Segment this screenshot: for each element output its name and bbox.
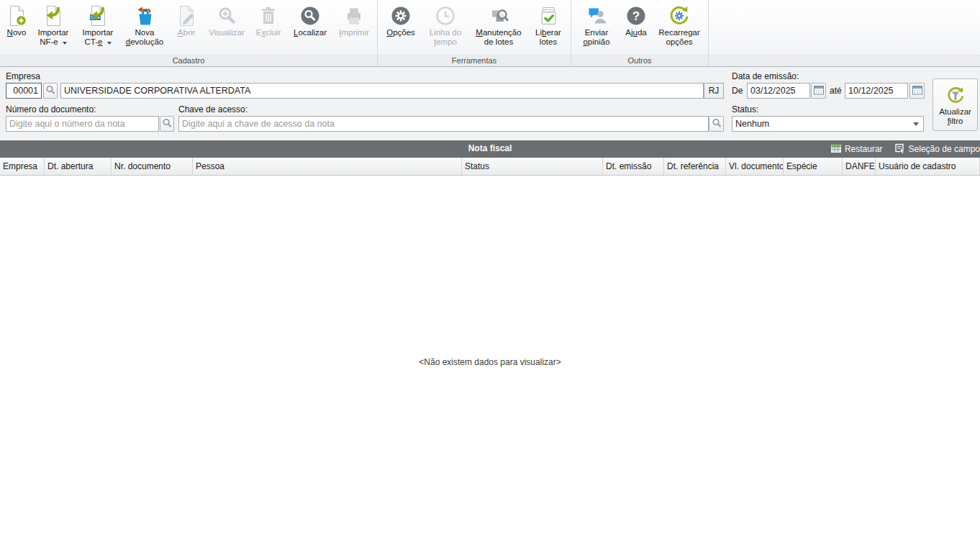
- toolbar-label: Recarregar: [658, 28, 700, 37]
- clock-icon: [434, 4, 457, 28]
- toolbar-label: lotes: [540, 37, 557, 47]
- toolbar-button-enviar-opiniao[interactable]: Enviaropinião: [573, 0, 620, 55]
- toolbar-button-excluir: Excluir: [250, 0, 287, 55]
- date-to-input[interactable]: [845, 83, 908, 99]
- chave-acesso-input[interactable]: [178, 116, 709, 132]
- ribbon-group-caption: Ferramentas: [378, 55, 571, 66]
- numero-documento-input[interactable]: [6, 116, 159, 132]
- column-header-dt-emissão[interactable]: Dt. emissão: [603, 158, 664, 175]
- trash-icon: [257, 4, 280, 28]
- batch-search-icon: [487, 4, 510, 28]
- column-header-pessoa[interactable]: Pessoa: [193, 158, 462, 175]
- toolbar-label: Imprimir: [339, 28, 369, 37]
- field-selection-icon: [894, 143, 906, 156]
- toolbar-button-importar-nfe[interactable]: ImportarNF-e: [31, 0, 76, 55]
- feedback-icon: [585, 4, 608, 28]
- toolbar-label: CT-e: [84, 37, 111, 47]
- return-bag-icon: [133, 4, 156, 28]
- toolbar-label: opções: [666, 37, 692, 47]
- calendar-icon: [912, 84, 923, 98]
- toolbar-label: opinião: [583, 37, 609, 47]
- ribbon-group-caption: Outros: [571, 55, 708, 66]
- empresa-search-button[interactable]: [43, 83, 58, 99]
- search-icon: [161, 117, 173, 131]
- search-icon: [711, 117, 722, 131]
- status-label: Status:: [732, 104, 758, 114]
- open-edit-icon: [175, 4, 198, 28]
- column-header-danfe[interactable]: DANFE: [843, 158, 876, 175]
- column-header-vl-documento[interactable]: Vl. documento: [726, 158, 784, 175]
- toolbar-label: Excluir: [256, 28, 281, 37]
- data-emissao-label: Data de emissão:: [732, 71, 799, 81]
- column-header-dt-referência[interactable]: Dt. referência: [664, 158, 726, 175]
- toolbar-label: Novo: [7, 28, 27, 37]
- toolbar-label: Ajuda: [625, 28, 646, 37]
- date-to-calendar-button[interactable]: [909, 83, 925, 99]
- dropdown-arrow-icon: [107, 42, 112, 45]
- ate-label: até: [830, 86, 842, 96]
- column-header-usuário-de-cadastro[interactable]: Usuário de cadastro: [876, 158, 980, 175]
- empty-grid-message: <Não existem dados para visualizar>: [419, 357, 561, 367]
- toolbar-button-opcoes[interactable]: Opções: [380, 0, 422, 55]
- toolbar-button-importar-cte[interactable]: CT-eImportarCT-e: [76, 0, 120, 55]
- toolbar-button-novo[interactable]: Novo: [2, 0, 31, 55]
- toolbar-label: tempo: [434, 37, 457, 47]
- atualizar-filtro-button[interactable]: Atualizar filtro: [933, 78, 978, 131]
- ribbon-group-ferramentas: OpçõesLinha dotempoManutençãode lotesLib…: [378, 0, 571, 66]
- numero-search-button[interactable]: [160, 116, 174, 132]
- toolbar-label: Localizar: [294, 28, 327, 37]
- toolbar-label: devolução: [126, 37, 163, 47]
- column-header-dt-abertura[interactable]: Dt. abertura: [45, 158, 112, 175]
- printer-icon: [342, 4, 366, 28]
- dropdown-arrow-icon: [63, 42, 67, 45]
- empresa-label: Empresa: [6, 71, 40, 81]
- restaurar-button[interactable]: Restaurar: [830, 143, 883, 156]
- atualizar-label-line2: filtro: [948, 117, 963, 126]
- chave-acesso-label: Chave de acesso:: [178, 104, 248, 114]
- empresa-name-input[interactable]: [60, 83, 704, 99]
- column-header-espécie[interactable]: Espécie: [784, 158, 843, 175]
- svg-text:?: ?: [632, 9, 640, 23]
- status-dropdown[interactable]: Nenhum: [732, 116, 924, 132]
- ribbon-group-cadastro: NovoImportarNF-e CT-eImportarCT-e Novade…: [0, 0, 378, 66]
- toolbar-button-nova-devolucao[interactable]: Novadevolução: [120, 0, 169, 55]
- preview-zoom-icon: [215, 4, 238, 28]
- refresh-filter-icon: [944, 84, 967, 107]
- help-icon: ?: [625, 4, 648, 28]
- atualizar-label-line1: Atualizar: [939, 107, 971, 117]
- toolbar-button-manutencao-de-lotes[interactable]: Manutençãode lotes: [469, 0, 528, 55]
- toolbar-button-abrir: Abrir: [169, 0, 204, 55]
- column-header-status[interactable]: Status: [462, 158, 603, 175]
- date-from-input[interactable]: [747, 83, 810, 99]
- date-from-calendar-button[interactable]: [811, 83, 826, 99]
- ribbon-group-outros: Enviaropinião?AjudaRecarregaropçõesOutro…: [571, 0, 709, 66]
- toolbar-button-localizar[interactable]: Localizar: [287, 0, 333, 55]
- de-label: De: [732, 86, 743, 96]
- empresa-code-input[interactable]: [6, 83, 42, 99]
- selecao-de-campos-label: Seleção de campos: [909, 144, 980, 154]
- import-cte-icon: CT-e: [86, 4, 109, 28]
- grid-body: <Não existem dados para visualizar>: [0, 176, 980, 542]
- toolbar-label: Importar: [83, 28, 114, 37]
- restaurar-label: Restaurar: [845, 144, 883, 154]
- toolbar-label: Manutenção: [476, 28, 521, 37]
- column-header-nr-documento[interactable]: Nr. documento: [112, 158, 193, 175]
- selecao-de-campos-button[interactable]: Seleção de campos: [894, 143, 980, 156]
- toolbar-label: Importar: [38, 28, 69, 37]
- new-document-icon: [5, 4, 28, 28]
- release-check-icon: [537, 4, 560, 28]
- gear-circle-icon: [389, 4, 412, 28]
- toolbar-label: Linha do: [430, 28, 461, 37]
- toolbar-button-liberar-lotes[interactable]: Liberarlotes: [528, 0, 568, 55]
- restore-grid-icon: [830, 143, 842, 156]
- toolbar-label: Enviar: [585, 28, 609, 37]
- toolbar-label: Opções: [386, 28, 415, 37]
- toolbar-button-ajuda[interactable]: ?Ajuda: [620, 0, 653, 55]
- column-header-empresa[interactable]: Empresa: [0, 158, 45, 175]
- toolbar-label: Visualizar: [209, 28, 245, 37]
- toolbar-button-recarregar-opcoes[interactable]: Recarregaropções: [653, 0, 706, 55]
- chevron-down-icon: [913, 122, 919, 126]
- empresa-uf-box: RJ: [704, 83, 724, 99]
- status-value: Nenhum: [735, 119, 769, 129]
- chave-search-button[interactable]: [709, 116, 724, 132]
